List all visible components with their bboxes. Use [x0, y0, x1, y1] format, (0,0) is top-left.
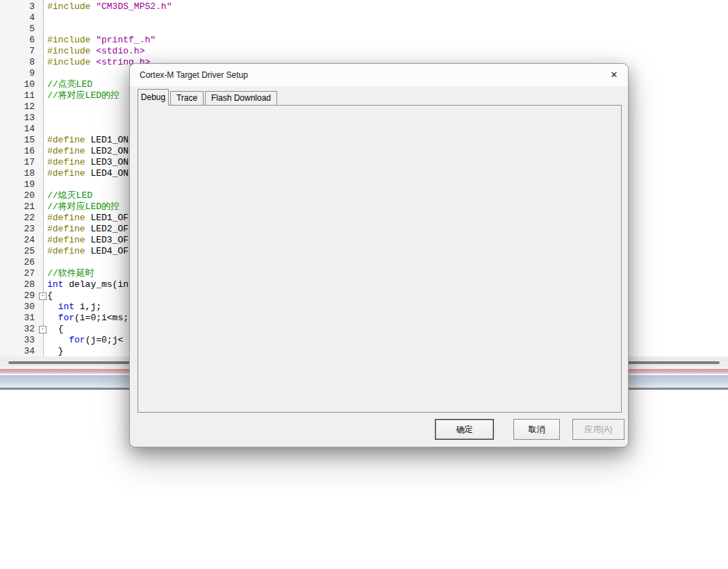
code-text: //将对应LED的控 — [47, 201, 119, 213]
code-line: 7#include <stdio.h> — [0, 46, 728, 57]
code-text: #define LED4_ON — [47, 168, 129, 179]
line-number: 34 — [0, 346, 35, 356]
code-text: #include "CM3DS_MPS2.h" — [47, 1, 172, 13]
close-icon[interactable]: ✕ — [606, 67, 622, 83]
line-number: 31 — [0, 313, 35, 324]
cancel-button[interactable]: 取消 — [513, 419, 560, 440]
code-text: #define LED1_ON — [47, 135, 129, 146]
line-number: 15 — [0, 135, 35, 146]
ok-button[interactable]: 确定 — [435, 419, 494, 440]
code-text: #define LED2_OF — [47, 224, 129, 235]
line-number: 28 — [0, 279, 35, 290]
line-number: 11 — [0, 90, 35, 101]
dialog-titlebar[interactable]: Cortex-M Target Driver Setup ✕ — [130, 64, 628, 86]
code-text: for(i=0;i<ms; — [47, 313, 129, 324]
code-text: #define LED2_ON — [47, 146, 129, 157]
line-number: 19 — [0, 179, 35, 190]
dialog-title: Cortex-M Target Driver Setup — [140, 70, 248, 80]
fold-marker-icon[interactable]: - — [39, 326, 47, 333]
code-text: #define LED4_OF — [47, 246, 129, 257]
line-number: 32 — [0, 324, 35, 335]
code-text: } — [47, 346, 63, 356]
fold-marker-icon[interactable]: - — [39, 292, 47, 300]
code-text: //点亮LED — [47, 79, 92, 90]
code-text: #define LED1_OF — [47, 213, 129, 224]
code-text: { — [47, 324, 63, 335]
tab-debug[interactable]: Debug — [138, 89, 169, 106]
code-text: //熄灭LED — [47, 190, 92, 201]
code-line: 6#include "printf_.h" — [0, 35, 728, 46]
code-line: 5 — [0, 24, 728, 35]
line-number: 4 — [0, 13, 35, 24]
line-number: 10 — [0, 79, 35, 90]
code-text: #include "printf_.h" — [47, 35, 156, 46]
line-number: 17 — [0, 157, 35, 168]
tab-trace[interactable]: Trace — [170, 91, 204, 106]
line-number: 7 — [0, 46, 35, 57]
line-number: 29 — [0, 290, 35, 302]
line-number: 14 — [0, 124, 35, 135]
tab-page-debug — [138, 105, 622, 413]
code-text: //将对应LED的控 — [47, 90, 119, 101]
line-number: 8 — [0, 57, 35, 68]
line-number: 30 — [0, 302, 35, 313]
line-number: 33 — [0, 335, 35, 346]
line-number: 27 — [0, 268, 35, 279]
line-number: 26 — [0, 257, 35, 268]
line-number: 9 — [0, 68, 35, 79]
line-number: 20 — [0, 190, 35, 201]
line-number: 22 — [0, 213, 35, 224]
line-number: 24 — [0, 235, 35, 246]
cortex-m-target-driver-setup-dialog: Cortex-M Target Driver Setup ✕ Debug Tra… — [129, 63, 629, 447]
line-number: 18 — [0, 168, 35, 179]
code-text: for(j=0;j< — [47, 335, 123, 346]
code-text: int i,j; — [47, 302, 101, 313]
code-text: #define LED3_OF — [47, 235, 129, 246]
line-number: 5 — [0, 24, 35, 35]
line-number: 12 — [0, 101, 35, 113]
line-number: 6 — [0, 35, 35, 46]
code-text: int delay_ms(in — [47, 279, 129, 290]
tab-flash-download[interactable]: Flash Download — [205, 91, 277, 106]
line-number: 13 — [0, 113, 35, 124]
line-number: 23 — [0, 224, 35, 235]
apply-button[interactable]: 应用(A) — [572, 419, 624, 440]
code-text: //软件延时 — [47, 268, 94, 279]
code-line: 3#include "CM3DS_MPS2.h" — [0, 1, 728, 13]
code-text: #include <stdio.h> — [47, 46, 144, 57]
line-number: 16 — [0, 146, 35, 157]
code-line: 4 — [0, 13, 728, 24]
code-text: { — [47, 290, 53, 302]
line-number: 25 — [0, 246, 35, 257]
code-text: #define LED3_ON — [47, 157, 129, 168]
line-number: 21 — [0, 201, 35, 213]
line-number: 3 — [0, 1, 35, 13]
